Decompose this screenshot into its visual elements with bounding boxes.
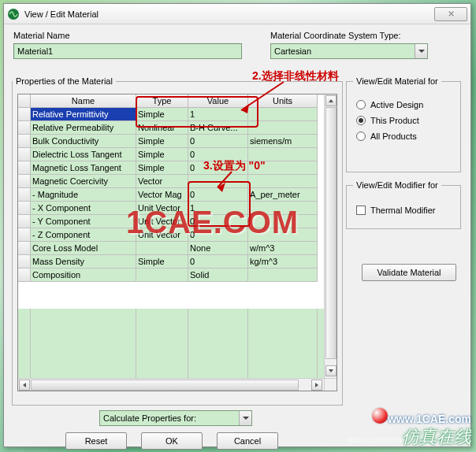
material-name-field[interactable]: Material1 (13, 43, 242, 59)
table-row[interactable]: - Z Component Unit Vector 0 (18, 228, 337, 242)
cell-name: Core Loss Model (31, 242, 136, 255)
row-header (18, 175, 31, 188)
row-header (18, 255, 31, 269)
cell-units (248, 269, 318, 282)
table-row[interactable]: Bulk Conductivity Simple 0 siemens/m (18, 135, 337, 148)
table-row[interactable]: Magnetic Coercivity Vector (18, 175, 337, 188)
annotation-2-text: 2.选择非线性材料 (252, 69, 339, 83)
cell-value: 0 (188, 255, 248, 269)
radio-all-products[interactable]: All Products (356, 132, 451, 141)
cell-type: Unit Vector (136, 202, 188, 215)
table-row[interactable]: Relative Permittivity Simple 1 (18, 108, 337, 121)
thermal-modifier-check[interactable]: Thermal Modifier (356, 206, 451, 215)
col-name: Name (31, 94, 136, 108)
row-header (18, 228, 31, 242)
row-header (18, 188, 31, 202)
button-label: OK (165, 436, 178, 446)
cell-type: Simple (136, 161, 188, 175)
radio-active-design[interactable]: Active Design (356, 100, 451, 109)
cell-units (248, 121, 318, 135)
horizontal-scrollbar[interactable] (18, 378, 324, 391)
coord-type-label: Material Coordinate System Type: (270, 31, 400, 40)
cell-units (248, 215, 318, 228)
cell-name: Relative Permeability (31, 121, 136, 135)
title-bar: View / Edit Material ⤬ (4, 4, 470, 24)
col-type: Type (136, 94, 188, 108)
scroll-up-icon[interactable] (325, 95, 337, 106)
table-row[interactable]: Mass Density Simple 0 kg/m^3 (18, 255, 337, 269)
annotation-3-text: 3.设置为 "0" (203, 159, 266, 173)
cell-units (248, 108, 318, 121)
calculate-properties-dropdown[interactable]: Calculate Properties for: (99, 410, 252, 426)
scroll-down-icon[interactable] (325, 365, 337, 376)
cell-type: Unit Vector (136, 228, 188, 242)
properties-grid[interactable]: Name Type Value Units Relative Permittiv… (17, 94, 337, 391)
cell-value: Solid (188, 269, 248, 282)
radio-label: Active Design (370, 100, 423, 109)
table-row[interactable]: - Magnitude Vector Mag 0 A_per_meter (18, 188, 337, 202)
grid-header: Name Type Value Units (18, 94, 337, 108)
radio-label: This Product (370, 116, 419, 125)
row-header (18, 242, 31, 255)
close-icon: ⤬ (448, 9, 455, 18)
cell-units (248, 228, 318, 242)
properties-legend: Properties of the Material (13, 76, 116, 86)
table-row[interactable]: Dielectric Loss Tangent Simple 0 (18, 148, 337, 161)
radio-label: All Products (370, 132, 417, 141)
row-header (18, 269, 31, 282)
cell-units: kg/m^3 (248, 255, 318, 269)
scroll-right-icon[interactable] (311, 380, 322, 391)
scroll-left-icon[interactable] (19, 380, 30, 391)
checkbox-label: Thermal Modifier (370, 206, 436, 215)
cancel-button[interactable]: Cancel (217, 432, 278, 450)
cell-name: Composition (31, 269, 136, 282)
checkbox-icon (356, 206, 366, 215)
cell-type: Vector (136, 175, 188, 188)
row-header (18, 215, 31, 228)
grid-empty-area (18, 309, 324, 378)
radio-this-product[interactable]: This Product (356, 116, 451, 125)
vertical-scrollbar[interactable] (324, 94, 337, 378)
close-button[interactable]: ⤬ (434, 7, 467, 21)
cell-name: Magnetic Coercivity (31, 175, 136, 188)
cell-value: 1 (188, 108, 248, 121)
row-header (18, 121, 31, 135)
validate-material-button[interactable]: Validate Material (362, 264, 456, 281)
cell-type (136, 269, 188, 282)
view-edit-legend: View/Edit Material for (353, 76, 441, 86)
reset-button[interactable]: Reset (65, 432, 127, 450)
cell-name: Magnetic Loss Tangent (31, 161, 136, 175)
ok-button[interactable]: OK (141, 432, 203, 450)
material-name-label: Material Name (13, 31, 70, 40)
cell-type: Simple (136, 135, 188, 148)
button-label: Reset (85, 436, 108, 446)
button-label: Validate Material (377, 268, 441, 277)
table-row[interactable]: Core Loss Model None w/m^3 (18, 242, 337, 255)
calc-dropdown-label: Calculate Properties for: (100, 411, 239, 425)
table-row[interactable]: Composition Solid (18, 269, 337, 282)
scroll-corner (324, 378, 337, 391)
cell-value: 0 (188, 135, 248, 148)
cell-value: None (188, 242, 248, 255)
table-row[interactable]: - Y Component Unit Vector 0 (18, 215, 337, 228)
dialog-window: View / Edit Material ⤬ Material Name Mat… (3, 3, 471, 447)
scroll-thumb[interactable] (31, 380, 299, 391)
scroll-thumb[interactable] (325, 107, 337, 359)
cell-type: Vector Mag (136, 188, 188, 202)
coord-type-dropdown[interactable]: Cartesian (270, 43, 428, 59)
cell-units: siemens/m (248, 135, 318, 148)
table-row[interactable]: - X Component Unit Vector 1 (18, 202, 337, 215)
cell-value: B-H Curve... (188, 121, 248, 135)
cell-type: Simple (136, 108, 188, 121)
cell-units (248, 175, 318, 188)
table-row[interactable]: Relative Permeability Nonlinear B-H Curv… (18, 121, 337, 135)
cell-value: 0 (188, 215, 248, 228)
client-area: Material Name Material1 Material Coordin… (10, 31, 464, 440)
radio-icon (356, 116, 366, 125)
row-header (18, 135, 31, 148)
chevron-down-icon (415, 44, 427, 58)
cell-value: 0 (188, 228, 248, 242)
row-header (18, 202, 31, 215)
calculate-properties-row: Calculate Properties for: (10, 410, 341, 426)
table-row[interactable]: Magnetic Loss Tangent Simple 0 (18, 161, 337, 175)
